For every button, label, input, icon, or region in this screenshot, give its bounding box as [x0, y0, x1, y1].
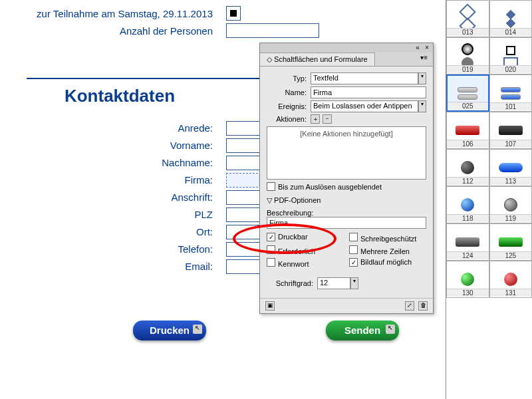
library-item-id: 014	[490, 28, 532, 36]
plz-label: PLZ	[27, 209, 213, 220]
library-item-019[interactable]: 019	[446, 37, 489, 74]
library-item-id: 107	[490, 140, 532, 148]
button-library: 0130140190200251011061071121131181191241…	[446, 0, 532, 399]
vorname-label: Vorname:	[27, 140, 213, 151]
anrede-label: Anrede:	[27, 122, 213, 134]
remove-action-icon[interactable]: −	[323, 114, 332, 124]
library-item-119[interactable]: 119	[489, 186, 533, 223]
chevron-down-icon[interactable]: ▾	[418, 72, 426, 84]
library-item-id: 131	[490, 289, 532, 297]
description-input[interactable]	[267, 217, 426, 229]
form-properties-panel: « × ◇ Schaltflächen und Formulare ▾≡ Typ…	[259, 43, 434, 314]
library-item-020[interactable]: 020	[489, 37, 533, 74]
library-item-131[interactable]: 131	[489, 261, 533, 298]
chevron-down-icon[interactable]: ▾	[350, 277, 358, 289]
telefon-label: Telefon:	[27, 243, 213, 255]
library-item-112[interactable]: 112	[446, 149, 489, 186]
add-action-icon[interactable]: ＋	[311, 114, 320, 124]
trash-icon[interactable]: 🗑	[418, 301, 428, 311]
email-label: Email:	[27, 261, 213, 272]
name-label: Name:	[267, 88, 307, 96]
convert-icon[interactable]: ⤢	[405, 301, 414, 311]
contact-heading: Kontaktdaten	[27, 86, 213, 106]
panel-tab-title[interactable]: ◇ Schaltflächen und Formulare	[260, 53, 375, 66]
scrollable-checkbox[interactable]: ✓	[349, 258, 358, 267]
event-select[interactable]: Beim Loslassen oder Antippen	[311, 100, 418, 112]
panel-collapse-icon[interactable]: «	[414, 44, 421, 52]
hidden-until-triggered-checkbox[interactable]	[267, 182, 275, 191]
library-item-106[interactable]: 106	[446, 112, 489, 149]
password-checkbox[interactable]	[267, 258, 275, 267]
readonly-checkbox[interactable]	[349, 233, 358, 241]
samstag-label: zur Teilnahme am Samstag, 29.11.2013	[27, 8, 213, 19]
library-item-id: 020	[490, 65, 532, 73]
library-item-id: 112	[447, 177, 489, 185]
library-item-id: 124	[447, 251, 489, 259]
library-item-id: 113	[490, 177, 532, 185]
library-item-107[interactable]: 107	[489, 112, 533, 149]
fontsize-label: Schriftgrad:	[267, 279, 313, 287]
description-label: Beschreibung:	[267, 209, 426, 217]
type-label: Typ:	[267, 74, 307, 82]
library-item-id: 130	[447, 289, 489, 297]
name-input[interactable]	[311, 86, 426, 98]
pointer-icon: ↖	[193, 325, 202, 334]
personen-label: Anzahl der Personen	[27, 25, 213, 37]
library-item-id: 106	[447, 140, 489, 148]
library-item-013[interactable]: 013	[446, 0, 489, 37]
library-item-025[interactable]: 025	[446, 74, 489, 112]
library-item-113[interactable]: 113	[489, 149, 533, 186]
library-item-id: 101	[490, 102, 532, 110]
panel-menu-icon[interactable]: ▾≡	[415, 53, 433, 66]
library-item-014[interactable]: 014	[489, 0, 533, 37]
library-item-101[interactable]: 101	[489, 74, 533, 112]
send-button[interactable]: Senden↖	[326, 321, 399, 340]
panel-close-icon[interactable]: ×	[424, 44, 430, 52]
print-button[interactable]: Drucken↖	[133, 321, 206, 340]
samstag-radio[interactable]	[226, 6, 241, 21]
library-item-id: 125	[490, 251, 532, 259]
chevron-down-icon[interactable]: ▾	[418, 100, 426, 112]
multiline-checkbox[interactable]	[349, 245, 358, 254]
fontsize-select[interactable]: 12	[317, 277, 350, 289]
library-item-118[interactable]: 118	[446, 186, 489, 223]
personen-input[interactable]	[226, 23, 319, 38]
type-select[interactable]: Textfeld	[311, 72, 418, 84]
event-label: Ereignis:	[267, 102, 307, 110]
actions-label: Aktionen:	[267, 115, 307, 123]
library-item-id: 013	[447, 28, 489, 36]
hidden-until-triggered-label: Bis zum Auslösen ausgeblendet	[278, 183, 382, 191]
ort-label: Ort:	[27, 226, 213, 237]
preview-icon[interactable]: ▣	[265, 301, 275, 311]
library-item-id: 118	[447, 214, 489, 222]
library-item-id: 119	[490, 214, 532, 222]
library-item-id: 019	[447, 65, 489, 73]
library-item-124[interactable]: 124	[446, 223, 489, 261]
library-item-125[interactable]: 125	[489, 223, 533, 261]
nachname-label: Nachname:	[27, 157, 213, 168]
required-checkbox[interactable]	[267, 245, 275, 254]
anschrift-label: Anschrift:	[27, 192, 213, 203]
library-item-130[interactable]: 130	[446, 261, 489, 298]
printable-checkbox[interactable]: ✓	[267, 233, 275, 241]
pdf-options-header[interactable]: ▽ PDF-Optionen	[267, 196, 426, 205]
pointer-icon: ↖	[386, 325, 395, 334]
library-item-id: 025	[448, 102, 488, 110]
firma-label: Firma:	[27, 174, 213, 186]
actions-list[interactable]: [Keine Aktionen hinzugefügt]	[267, 126, 426, 180]
